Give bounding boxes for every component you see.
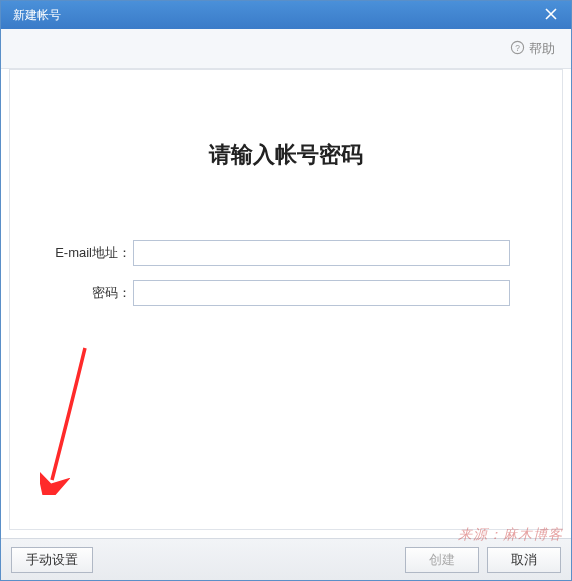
manual-setup-button[interactable]: 手动设置 bbox=[11, 547, 93, 573]
title-bar: 新建帐号 bbox=[1, 1, 571, 29]
help-label: 帮助 bbox=[529, 40, 555, 58]
svg-text:?: ? bbox=[515, 42, 520, 52]
page-heading: 请输入帐号密码 bbox=[10, 140, 562, 170]
content-area: 请输入帐号密码 E-mail地址： 密码： bbox=[9, 69, 563, 530]
toolbar: ? 帮助 bbox=[1, 29, 571, 69]
close-button[interactable] bbox=[531, 1, 571, 29]
arrow-icon bbox=[40, 481, 95, 498]
window-title: 新建帐号 bbox=[13, 7, 61, 24]
credentials-form: E-mail地址： 密码： bbox=[10, 240, 562, 320]
annotation-arrow bbox=[40, 340, 95, 499]
password-label: 密码： bbox=[38, 284, 133, 302]
footer-bar: 手动设置 创建 取消 bbox=[1, 538, 571, 580]
dialog-window: 新建帐号 ? 帮助 请输入帐号密码 E-mail地址： 密码： bbox=[0, 0, 572, 581]
cancel-button[interactable]: 取消 bbox=[487, 547, 561, 573]
email-row: E-mail地址： bbox=[38, 240, 510, 266]
password-row: 密码： bbox=[38, 280, 510, 306]
email-label: E-mail地址： bbox=[38, 244, 133, 262]
email-input[interactable] bbox=[133, 240, 510, 266]
create-button[interactable]: 创建 bbox=[405, 547, 479, 573]
password-input[interactable] bbox=[133, 280, 510, 306]
close-icon bbox=[545, 8, 557, 23]
help-icon: ? bbox=[510, 40, 525, 58]
help-link[interactable]: ? 帮助 bbox=[510, 40, 555, 58]
